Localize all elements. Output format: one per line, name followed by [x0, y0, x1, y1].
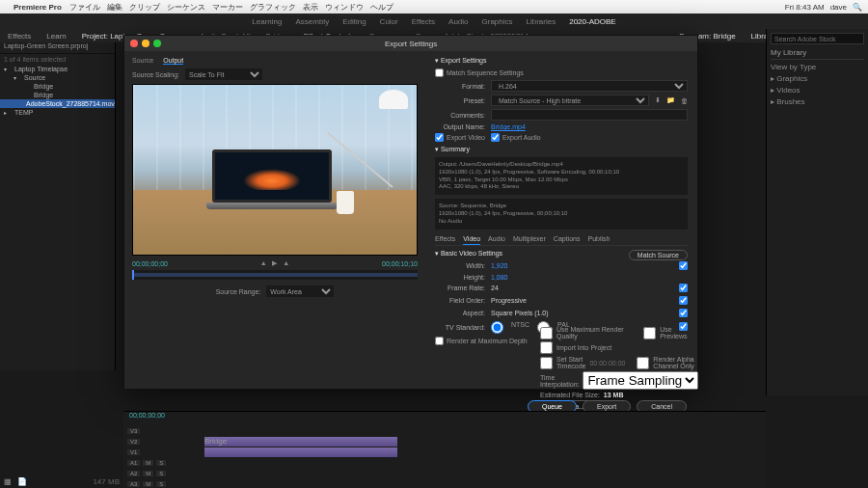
menu-マーカー[interactable]: マーカー [212, 3, 243, 12]
project-tab[interactable]: Laptop-Green Screen.prproj [4, 42, 88, 53]
fps-field[interactable]: 24 [491, 285, 499, 291]
preset-select[interactable]: Match Source - High bitrate [491, 95, 649, 106]
match-source-button[interactable]: Match Source [629, 250, 688, 260]
export-video-checkbox[interactable] [435, 133, 444, 142]
save-preset-icon[interactable]: ⬇ [655, 96, 661, 104]
match-seq-checkbox[interactable] [435, 68, 444, 77]
source-range-label: Source Range: [216, 288, 261, 295]
ws-tab-Learning[interactable]: Learning [252, 17, 282, 26]
in-timecode[interactable]: 00;00;00;00 [132, 260, 168, 267]
track[interactable]: V1 [127, 447, 762, 457]
tab-output[interactable]: Output [163, 57, 183, 65]
menu-シーケンス[interactable]: シーケンス [167, 3, 205, 12]
vtab-Captions[interactable]: Captions [554, 233, 581, 245]
minimize-icon[interactable] [142, 40, 149, 47]
clip[interactable] [204, 447, 397, 457]
vtab-Video[interactable]: Video [463, 233, 480, 245]
lib-section[interactable]: ▸ Brushes [771, 97, 864, 106]
dialog-title: Export Settings [385, 40, 437, 48]
project-item[interactable]: Laptop Timelapse [0, 65, 115, 73]
new-item-icon[interactable]: 📄 [17, 477, 27, 486]
ws-tab-Effects[interactable]: Effects [412, 17, 435, 26]
max-depth-checkbox[interactable] [435, 337, 444, 345]
timeline-panel[interactable]: 00;00;00;00 V3V2BridgeV1A1MSA2MSA3MSMast… [123, 411, 766, 488]
summary-source: Source: Sequence, Bridge 1920x1080 (1.0)… [435, 199, 688, 229]
menu-ファイル[interactable]: ファイル [69, 3, 100, 12]
vtab-Multiplexer[interactable]: Multiplexer [513, 233, 546, 245]
field-order[interactable]: Progressive [491, 297, 527, 304]
ws-tab-2020-ADOBE[interactable]: 2020-ADOBE [569, 17, 615, 26]
import-preset-icon[interactable]: 📁 [666, 96, 675, 104]
library-dropdown[interactable]: My Library [771, 48, 864, 60]
output-name-link[interactable]: Bridge.mp4 [491, 123, 526, 130]
mem-meter: 147 MB [93, 477, 120, 486]
aspect-field[interactable]: Square Pixels (1.0) [491, 310, 549, 316]
summary-output: Output: /Users/DaveHelmly/Desktop/Bridge… [435, 157, 688, 195]
vtab-Effects[interactable]: Effects [435, 233, 455, 245]
track[interactable]: A3MS [127, 479, 762, 488]
project-item[interactable]: AdobeStock_272885714.mov [0, 99, 115, 108]
spotlight-icon[interactable]: 🔍 [853, 3, 862, 12]
ws-tab-Libraries[interactable]: Libraries [527, 17, 556, 26]
ws-tab-Graphics[interactable]: Graphics [482, 17, 513, 26]
ws-tab-Assembly[interactable]: Assembly [295, 17, 329, 26]
track[interactable]: A1MS [127, 458, 762, 468]
vtab-Audio[interactable]: Audio [488, 233, 505, 245]
timeline-tc[interactable]: 00;00;00;00 [129, 412, 165, 419]
libraries-panel: My Library View by Type ▸ Graphics▸ Vide… [766, 29, 868, 395]
ws-tab-Audio[interactable]: Audio [448, 17, 468, 26]
source-range-select[interactable]: Work Area [266, 285, 334, 297]
clip[interactable]: Bridge [204, 437, 397, 447]
comments-input[interactable] [491, 109, 688, 121]
track[interactable]: V3 [127, 426, 762, 436]
max-quality-checkbox[interactable] [540, 327, 553, 339]
new-bin-icon[interactable]: ▦ [4, 477, 12, 486]
out-timecode[interactable]: 00;00;10;10 [382, 260, 418, 267]
ws-tab-Editing[interactable]: Editing [342, 17, 366, 26]
search-input[interactable] [771, 33, 864, 44]
project-item[interactable]: Bridge [0, 82, 115, 91]
panel-tab[interactable]: Effects [0, 32, 39, 41]
alpha-checkbox[interactable] [637, 357, 649, 369]
project-item[interactable]: Source [0, 73, 115, 82]
menu-クリップ[interactable]: クリップ [129, 3, 160, 12]
menu-編集[interactable]: 編集 [107, 3, 122, 12]
footer: ▦ 📄 147 MB [0, 474, 123, 488]
import-project-checkbox[interactable] [540, 341, 553, 354]
mac-menubar: Premiere Pro ファイル編集クリップシーケンスマーカーグラフィック表示… [0, 0, 868, 14]
height-field[interactable]: 1,080 [491, 274, 508, 281]
start-tc-checkbox[interactable] [540, 357, 553, 369]
format-select[interactable]: H.264 [491, 80, 688, 92]
scrub-bar[interactable] [132, 270, 418, 280]
ntsc-radio[interactable] [491, 321, 503, 334]
zoom-icon[interactable] [153, 40, 161, 47]
panel-tab[interactable]: Learn [39, 32, 73, 41]
scaling-label: Source Scaling: [132, 71, 179, 78]
delete-preset-icon[interactable]: 🗑 [681, 97, 688, 104]
project-item[interactable]: TEMP [0, 108, 115, 117]
menu-ウィンドウ[interactable]: ウィンドウ [325, 3, 364, 12]
lib-section[interactable]: ▸ Graphics [771, 74, 864, 83]
time-interp-select[interactable]: Frame Sampling [583, 371, 698, 390]
project-item[interactable]: Bridge [0, 91, 115, 99]
use-previews-checkbox[interactable] [643, 327, 656, 339]
menu-グラフィック[interactable]: グラフィック [250, 3, 296, 12]
menu-ヘルプ[interactable]: ヘルプ [370, 3, 393, 12]
close-icon[interactable] [130, 40, 138, 47]
scaling-select[interactable]: Scale To Fit [185, 68, 262, 80]
vtab-Publish[interactable]: Publish [587, 233, 610, 245]
export-preview: Source Output Source Scaling: Scale To F… [124, 51, 425, 389]
app-name[interactable]: Premiere Pro [14, 3, 62, 12]
ws-tab-Color[interactable]: Color [380, 17, 398, 26]
track[interactable]: A2MS [127, 469, 762, 478]
width-field[interactable]: 1,920 [491, 262, 508, 269]
track[interactable]: V2Bridge [127, 437, 762, 447]
export-extras: Use Maximum Render Quality Use Previews … [540, 324, 694, 415]
export-audio-checkbox[interactable] [491, 133, 500, 142]
view-by[interactable]: View by Type [771, 63, 864, 71]
tab-source[interactable]: Source [132, 57, 153, 65]
lib-section[interactable]: ▸ Videos [771, 86, 864, 95]
filter-text: 1 of 4 items selected [0, 54, 115, 65]
menu-表示[interactable]: 表示 [303, 3, 318, 12]
width-lock[interactable] [679, 261, 688, 270]
